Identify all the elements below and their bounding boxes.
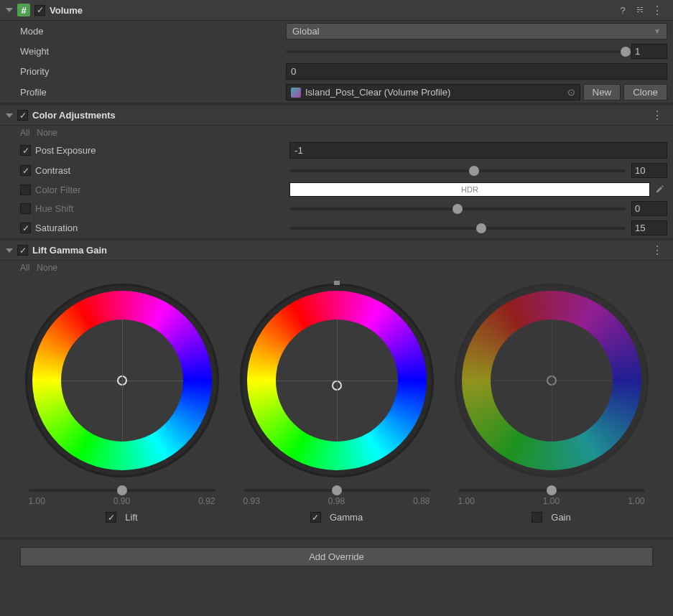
profile-field[interactable]: Island_Post_Clear (Volume Profile) ⊙ — [286, 84, 580, 101]
menu-icon[interactable]: ⋮ — [647, 243, 667, 257]
slider-thumb[interactable] — [332, 485, 342, 495]
gamma-v2: 0.98 — [328, 496, 345, 506]
all-button[interactable]: All — [20, 263, 29, 273]
priority-label: Priority — [20, 66, 286, 77]
hdr-badge: HDR — [461, 185, 478, 194]
new-button[interactable]: New — [583, 84, 621, 101]
slider-thumb[interactable] — [469, 166, 479, 176]
saturation-value[interactable]: 15 — [631, 220, 667, 235]
weight-slider[interactable] — [286, 50, 626, 53]
foldout-icon[interactable] — [6, 113, 13, 118]
hue-shift-slider[interactable] — [289, 207, 626, 210]
color-filter-row: Color Filter HDR — [0, 180, 673, 199]
gain-wheel[interactable] — [455, 284, 649, 477]
wheel-handle[interactable] — [117, 375, 127, 386]
foldout-icon[interactable] — [6, 8, 13, 12]
enable-checkbox[interactable] — [34, 5, 45, 16]
weight-value[interactable]: 1 — [631, 44, 667, 59]
menu-icon[interactable]: ⋮ — [647, 108, 667, 122]
hue-shift-checkbox[interactable] — [20, 203, 31, 214]
saturation-label: Saturation — [35, 223, 289, 233]
lift-slider[interactable] — [29, 489, 215, 492]
saturation-slider[interactable] — [289, 227, 626, 230]
color-filter-swatch[interactable]: HDR — [289, 182, 650, 197]
all-button[interactable]: All — [20, 128, 29, 138]
gamma-slider[interactable] — [243, 489, 430, 492]
gamma-wheel[interactable] — [240, 284, 434, 477]
all-none-row: All None — [0, 126, 673, 140]
gain-v2: 1.00 — [543, 496, 560, 506]
gamma-checkbox[interactable] — [310, 512, 321, 523]
component-title: Volume — [50, 5, 83, 16]
help-icon[interactable]: ? — [616, 3, 630, 17]
post-exposure-input[interactable] — [289, 142, 667, 159]
mode-dropdown[interactable]: Global ▼ — [286, 23, 667, 39]
hue-shift-value[interactable]: 0 — [631, 201, 667, 216]
color-filter-checkbox[interactable] — [20, 185, 31, 195]
priority-input[interactable] — [286, 63, 667, 80]
gain-v3: 1.00 — [628, 496, 644, 506]
slider-thumb[interactable] — [547, 485, 557, 495]
profile-row: Profile Island_Post_Clear (Volume Profil… — [0, 82, 673, 103]
contrast-row: Contrast 10 — [0, 161, 673, 180]
contrast-label: Contrast — [35, 165, 289, 176]
lift-checkbox[interactable] — [106, 512, 116, 523]
lift-gamma-gain-title: Lift Gamma Gain — [32, 245, 107, 256]
foldout-icon[interactable] — [6, 248, 13, 253]
lift-v2: 0.90 — [113, 496, 130, 506]
lift-v1: 1.00 — [29, 496, 45, 506]
asset-icon — [291, 88, 301, 98]
gamma-v3: 0.88 — [413, 496, 430, 506]
post-exposure-label: Post Exposure — [35, 145, 289, 156]
slider-thumb[interactable] — [621, 47, 631, 57]
wheel-handle[interactable] — [547, 375, 557, 386]
contrast-slider[interactable] — [289, 169, 626, 172]
object-picker-icon[interactable]: ⊙ — [567, 87, 575, 98]
wheel-handle[interactable] — [332, 381, 342, 391]
menu-icon[interactable]: ⋮ — [647, 4, 667, 17]
contrast-checkbox[interactable] — [20, 165, 31, 176]
gamma-label: Gamma — [330, 512, 363, 523]
gamma-v1: 0.93 — [243, 496, 260, 506]
lift-gamma-gain-checkbox[interactable] — [17, 245, 28, 256]
color-wheels: 1.00 0.90 0.92 Lift 0.93 0.98 0.88 Gamma — [0, 275, 673, 537]
mode-value: Global — [292, 26, 320, 37]
preset-icon[interactable] — [633, 3, 647, 17]
lift-wheel[interactable] — [25, 284, 219, 477]
mode-label: Mode — [20, 26, 286, 37]
none-button[interactable]: None — [37, 128, 57, 138]
component-header: # Volume ? ⋮ — [0, 0, 673, 21]
script-icon: # — [17, 4, 30, 17]
gain-checkbox[interactable] — [532, 512, 542, 523]
saturation-row: Saturation 15 — [0, 218, 673, 238]
override-row: Add Override — [0, 540, 673, 577]
lift-gamma-gain-header: Lift Gamma Gain ⋮ — [0, 241, 673, 261]
hue-shift-row: Hue Shift 0 — [0, 199, 673, 218]
color-adjustments-header: Color Adjustments ⋮ — [0, 106, 673, 126]
color-adjustments-title: Color Adjustments — [32, 110, 116, 121]
slider-thumb[interactable] — [117, 485, 127, 495]
saturation-checkbox[interactable] — [20, 223, 31, 233]
slider-thumb[interactable] — [452, 204, 463, 214]
gamma-wheel-column: 0.93 0.98 0.88 Gamma — [233, 284, 441, 523]
wheel-marker — [334, 281, 340, 285]
color-filter-label: Color Filter — [35, 185, 289, 195]
color-adjustments-checkbox[interactable] — [17, 110, 28, 121]
all-none-row: All None — [0, 261, 673, 275]
profile-label: Profile — [20, 87, 286, 98]
post-exposure-checkbox[interactable] — [20, 145, 31, 156]
slider-thumb[interactable] — [476, 223, 486, 233]
gain-wheel-column: 1.00 1.00 1.00 Gain — [447, 284, 656, 523]
gain-slider[interactable] — [458, 489, 645, 492]
gain-label: Gain — [551, 512, 570, 523]
contrast-value[interactable]: 10 — [631, 163, 667, 178]
mode-row: Mode Global ▼ — [0, 21, 673, 42]
add-override-button[interactable]: Add Override — [20, 547, 653, 566]
eyedropper-icon[interactable] — [653, 184, 667, 196]
lift-wheel-column: 1.00 0.90 0.92 Lift — [18, 284, 226, 523]
clone-button[interactable]: Clone — [623, 84, 667, 101]
none-button[interactable]: None — [37, 263, 57, 273]
hue-shift-label: Hue Shift — [35, 203, 289, 214]
profile-value: Island_Post_Clear (Volume Profile) — [305, 87, 450, 98]
post-exposure-row: Post Exposure — [0, 140, 673, 161]
